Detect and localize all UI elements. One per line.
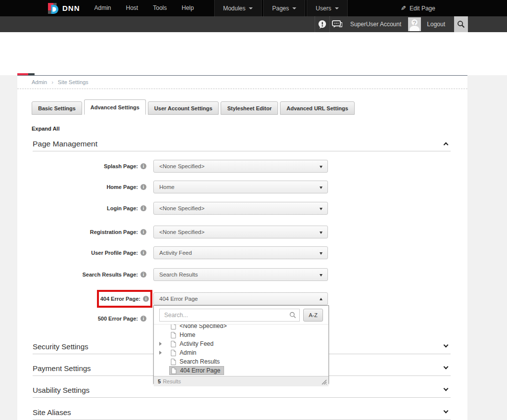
- list-item-admin[interactable]: Admin: [158, 348, 328, 357]
- menu-dropdown-pages[interactable]: Pages: [263, 0, 305, 16]
- chevron-up-icon: [444, 142, 449, 147]
- chat-bubbles-icon: [332, 20, 342, 29]
- breadcrumb-site-settings: Site Settings: [58, 79, 89, 85]
- menu-item-host[interactable]: Host: [119, 0, 146, 16]
- form-row-splash-page: Splash Page:i <None Specified>: [17, 160, 467, 173]
- chevron-down-icon: [292, 7, 296, 9]
- breadcrumb: Admin › Site Settings: [32, 79, 89, 85]
- search-results-page-select[interactable]: Search Results: [153, 268, 328, 281]
- form-row-user-profile-page: User Profile Page:i Activity Feed: [17, 246, 467, 259]
- info-icon[interactable]: i: [140, 184, 146, 190]
- search-button[interactable]: [454, 16, 468, 32]
- page-icon: [171, 359, 176, 365]
- tab-advanced-url-settings[interactable]: Advanced URL Settings: [280, 101, 355, 115]
- chevron-down-icon: [444, 409, 449, 414]
- svg-text:?: ?: [413, 19, 416, 27]
- registration-page-select[interactable]: <None Specified>: [153, 226, 328, 238]
- breadcrumb-divider: [17, 89, 467, 89]
- tab-stylesheet-editor[interactable]: Stylesheet Editor: [221, 101, 278, 115]
- user-bar: SuperUser Account ? Logout: [0, 16, 507, 32]
- list-item-search-results[interactable]: Search Results: [158, 357, 328, 366]
- info-icon[interactable]: i: [140, 229, 146, 235]
- info-icon[interactable]: i: [140, 205, 146, 211]
- menu-item-admin[interactable]: Admin: [87, 0, 119, 16]
- info-icon[interactable]: i: [140, 250, 146, 256]
- menu-item-tools[interactable]: Tools: [145, 0, 174, 16]
- highlight-annotation-box: 404 Error Page:i: [97, 290, 152, 308]
- dropdown-menu-group: Modules Pages Users: [214, 0, 349, 16]
- field-label: Home Page:: [106, 184, 138, 190]
- menu-dropdown-users[interactable]: Users: [307, 0, 347, 16]
- info-icon[interactable]: i: [140, 272, 146, 278]
- pencil-icon: ✎: [401, 4, 406, 12]
- dnn-logo-small[interactable]: DNN: [48, 3, 80, 14]
- login-page-select[interactable]: <None Specified>: [153, 202, 328, 215]
- list-item-404-error-page-selected[interactable]: 404 Error Page: [158, 366, 328, 375]
- control-bar: DNN Admin Host Tools Help Modules Pages …: [0, 0, 507, 16]
- page-icon: [171, 350, 176, 356]
- tab-basic-settings[interactable]: Basic Settings: [32, 101, 82, 115]
- page-icon: [171, 341, 176, 347]
- field-label: Search Results Page:: [83, 272, 138, 278]
- expand-all-link[interactable]: Expand All: [32, 126, 59, 132]
- chevron-down-icon: [335, 7, 339, 9]
- logout-link[interactable]: Logout: [426, 21, 454, 28]
- field-label: 404 Error Page:: [100, 296, 140, 302]
- page-icon: [171, 368, 177, 374]
- notification-icon: [318, 20, 327, 29]
- field-label: 500 Error Page:: [98, 316, 138, 322]
- avatar[interactable]: ?: [408, 17, 421, 31]
- section-usability-settings[interactable]: Usability Settings: [33, 385, 451, 398]
- page-icon: [171, 332, 176, 338]
- list-item-home[interactable]: Home: [158, 330, 328, 339]
- form-row-registration-page: Registration Page:i <None Specified>: [17, 226, 467, 238]
- breadcrumb-separator: ›: [51, 79, 53, 85]
- page-picker-panel: A-Z <None Specified> Home Activity Feed …: [153, 305, 329, 384]
- info-icon[interactable]: i: [140, 163, 146, 169]
- menu-dropdown-modules[interactable]: Modules: [214, 0, 262, 16]
- form-row-login-page: Login Page:i <None Specified>: [17, 202, 467, 215]
- notifications-button[interactable]: [315, 16, 329, 32]
- sort-az-button[interactable]: A-Z: [303, 309, 323, 322]
- section-page-management[interactable]: Page Management: [33, 139, 451, 151]
- page-tree-list: <None Specified> Home Activity Feed Admi…: [154, 324, 328, 376]
- user-profile-page-select[interactable]: Activity Feed: [153, 246, 328, 259]
- chevron-down-icon: [320, 252, 323, 255]
- chevron-down-icon: [444, 343, 449, 348]
- info-icon[interactable]: i: [140, 316, 146, 322]
- dnn-site-settings-page: DNN Admin Host Tools Help Modules Pages …: [0, 0, 507, 420]
- results-label: Results: [163, 378, 181, 384]
- chevron-up-icon: [320, 298, 323, 300]
- chevron-down-icon: [320, 166, 323, 168]
- list-item-none-specified[interactable]: <None Specified>: [158, 324, 328, 330]
- home-page-select[interactable]: Home: [153, 181, 328, 193]
- chevron-down-icon: [444, 386, 449, 391]
- section-site-aliases[interactable]: Site Aliases: [33, 407, 451, 420]
- edit-page-button[interactable]: ✎ Edit Page: [401, 0, 435, 16]
- list-item-activity-feed[interactable]: Activity Feed: [158, 339, 328, 348]
- tab-user-account-settings[interactable]: User Account Settings: [148, 101, 219, 115]
- chevron-down-icon: [320, 232, 323, 234]
- admin-menu: Admin Host Tools Help: [87, 0, 201, 16]
- tab-advanced-settings[interactable]: Advanced Settings: [84, 99, 146, 115]
- settings-tabs: Basic Settings Advanced Settings User Ac…: [32, 99, 357, 115]
- site-settings-module: Admin › Site Settings Basic Settings Adv…: [17, 75, 467, 420]
- menu-item-help[interactable]: Help: [174, 0, 201, 16]
- site-header: DNN. Home: [0, 32, 507, 75]
- messages-button[interactable]: [329, 16, 344, 32]
- chevron-down-icon: [444, 365, 449, 370]
- info-icon[interactable]: i: [143, 296, 149, 302]
- breadcrumb-admin[interactable]: Admin: [32, 79, 47, 85]
- splash-page-select[interactable]: <None Specified>: [153, 160, 328, 173]
- account-name-link[interactable]: SuperUser Account: [344, 21, 408, 28]
- results-count: 5: [158, 378, 161, 384]
- dnn-brand-text: DNN: [62, 4, 80, 12]
- form-row-search-results-page: Search Results Page:i Search Results: [17, 268, 467, 281]
- expand-arrow-icon[interactable]: [159, 342, 162, 346]
- page-picker-search-input[interactable]: [159, 309, 300, 322]
- field-label: Login Page:: [107, 205, 138, 211]
- expand-arrow-icon[interactable]: [159, 351, 162, 355]
- resize-grip-icon[interactable]: [321, 378, 327, 385]
- profile-placeholder-icon: ?: [408, 17, 421, 31]
- error-404-page-select[interactable]: 404 Error Page: [153, 292, 328, 305]
